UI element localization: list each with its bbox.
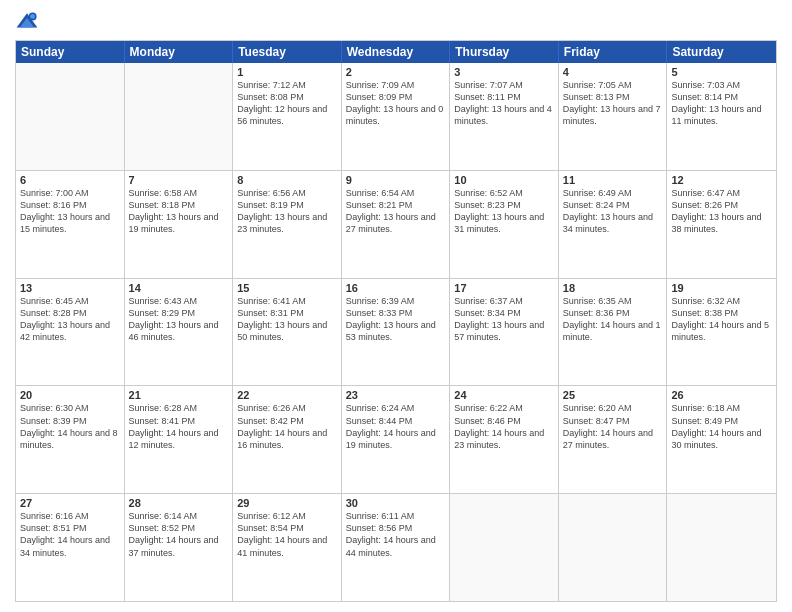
day-number: 18 — [563, 282, 663, 294]
day-number: 3 — [454, 66, 554, 78]
day-number: 23 — [346, 389, 446, 401]
day-cell-10: 10Sunrise: 6:52 AMSunset: 8:23 PMDayligh… — [450, 171, 559, 278]
day-info: Sunrise: 6:41 AMSunset: 8:31 PMDaylight:… — [237, 295, 337, 344]
day-cell-24: 24Sunrise: 6:22 AMSunset: 8:46 PMDayligh… — [450, 386, 559, 493]
day-cell-23: 23Sunrise: 6:24 AMSunset: 8:44 PMDayligh… — [342, 386, 451, 493]
header-day-tuesday: Tuesday — [233, 41, 342, 63]
empty-cell — [16, 63, 125, 170]
day-cell-2: 2Sunrise: 7:09 AMSunset: 8:09 PMDaylight… — [342, 63, 451, 170]
day-number: 11 — [563, 174, 663, 186]
empty-cell — [667, 494, 776, 601]
calendar-header: SundayMondayTuesdayWednesdayThursdayFrid… — [16, 41, 776, 63]
empty-cell — [559, 494, 668, 601]
day-cell-4: 4Sunrise: 7:05 AMSunset: 8:13 PMDaylight… — [559, 63, 668, 170]
calendar-row-1: 1Sunrise: 7:12 AMSunset: 8:08 PMDaylight… — [16, 63, 776, 170]
day-cell-12: 12Sunrise: 6:47 AMSunset: 8:26 PMDayligh… — [667, 171, 776, 278]
day-cell-11: 11Sunrise: 6:49 AMSunset: 8:24 PMDayligh… — [559, 171, 668, 278]
day-info: Sunrise: 7:12 AMSunset: 8:08 PMDaylight:… — [237, 79, 337, 128]
day-info: Sunrise: 6:12 AMSunset: 8:54 PMDaylight:… — [237, 510, 337, 559]
day-cell-6: 6Sunrise: 7:00 AMSunset: 8:16 PMDaylight… — [16, 171, 125, 278]
header-day-sunday: Sunday — [16, 41, 125, 63]
day-cell-1: 1Sunrise: 7:12 AMSunset: 8:08 PMDaylight… — [233, 63, 342, 170]
day-info: Sunrise: 6:24 AMSunset: 8:44 PMDaylight:… — [346, 402, 446, 451]
day-info: Sunrise: 6:14 AMSunset: 8:52 PMDaylight:… — [129, 510, 229, 559]
day-info: Sunrise: 6:35 AMSunset: 8:36 PMDaylight:… — [563, 295, 663, 344]
day-number: 16 — [346, 282, 446, 294]
header-day-thursday: Thursday — [450, 41, 559, 63]
svg-point-3 — [30, 14, 35, 19]
calendar-row-3: 13Sunrise: 6:45 AMSunset: 8:28 PMDayligh… — [16, 278, 776, 386]
day-number: 29 — [237, 497, 337, 509]
day-number: 9 — [346, 174, 446, 186]
day-info: Sunrise: 6:28 AMSunset: 8:41 PMDaylight:… — [129, 402, 229, 451]
logo — [15, 10, 43, 34]
empty-cell — [125, 63, 234, 170]
day-info: Sunrise: 6:22 AMSunset: 8:46 PMDaylight:… — [454, 402, 554, 451]
logo-icon — [15, 10, 39, 34]
calendar-body: 1Sunrise: 7:12 AMSunset: 8:08 PMDaylight… — [16, 63, 776, 601]
day-number: 20 — [20, 389, 120, 401]
day-cell-20: 20Sunrise: 6:30 AMSunset: 8:39 PMDayligh… — [16, 386, 125, 493]
day-number: 12 — [671, 174, 772, 186]
day-info: Sunrise: 6:58 AMSunset: 8:18 PMDaylight:… — [129, 187, 229, 236]
day-cell-18: 18Sunrise: 6:35 AMSunset: 8:36 PMDayligh… — [559, 279, 668, 386]
day-cell-5: 5Sunrise: 7:03 AMSunset: 8:14 PMDaylight… — [667, 63, 776, 170]
day-cell-29: 29Sunrise: 6:12 AMSunset: 8:54 PMDayligh… — [233, 494, 342, 601]
day-info: Sunrise: 6:56 AMSunset: 8:19 PMDaylight:… — [237, 187, 337, 236]
day-info: Sunrise: 7:09 AMSunset: 8:09 PMDaylight:… — [346, 79, 446, 128]
day-cell-16: 16Sunrise: 6:39 AMSunset: 8:33 PMDayligh… — [342, 279, 451, 386]
calendar-row-5: 27Sunrise: 6:16 AMSunset: 8:51 PMDayligh… — [16, 493, 776, 601]
calendar: SundayMondayTuesdayWednesdayThursdayFrid… — [15, 40, 777, 602]
calendar-row-4: 20Sunrise: 6:30 AMSunset: 8:39 PMDayligh… — [16, 385, 776, 493]
calendar-row-2: 6Sunrise: 7:00 AMSunset: 8:16 PMDaylight… — [16, 170, 776, 278]
day-info: Sunrise: 7:00 AMSunset: 8:16 PMDaylight:… — [20, 187, 120, 236]
day-number: 1 — [237, 66, 337, 78]
day-number: 25 — [563, 389, 663, 401]
day-number: 14 — [129, 282, 229, 294]
day-cell-17: 17Sunrise: 6:37 AMSunset: 8:34 PMDayligh… — [450, 279, 559, 386]
day-number: 15 — [237, 282, 337, 294]
day-cell-26: 26Sunrise: 6:18 AMSunset: 8:49 PMDayligh… — [667, 386, 776, 493]
day-info: Sunrise: 6:32 AMSunset: 8:38 PMDaylight:… — [671, 295, 772, 344]
day-number: 8 — [237, 174, 337, 186]
day-number: 17 — [454, 282, 554, 294]
day-info: Sunrise: 6:43 AMSunset: 8:29 PMDaylight:… — [129, 295, 229, 344]
day-number: 13 — [20, 282, 120, 294]
day-info: Sunrise: 6:16 AMSunset: 8:51 PMDaylight:… — [20, 510, 120, 559]
day-info: Sunrise: 7:07 AMSunset: 8:11 PMDaylight:… — [454, 79, 554, 128]
day-number: 24 — [454, 389, 554, 401]
page: SundayMondayTuesdayWednesdayThursdayFrid… — [0, 0, 792, 612]
day-cell-3: 3Sunrise: 7:07 AMSunset: 8:11 PMDaylight… — [450, 63, 559, 170]
day-number: 19 — [671, 282, 772, 294]
day-cell-28: 28Sunrise: 6:14 AMSunset: 8:52 PMDayligh… — [125, 494, 234, 601]
day-cell-27: 27Sunrise: 6:16 AMSunset: 8:51 PMDayligh… — [16, 494, 125, 601]
day-info: Sunrise: 6:37 AMSunset: 8:34 PMDaylight:… — [454, 295, 554, 344]
day-number: 30 — [346, 497, 446, 509]
day-number: 26 — [671, 389, 772, 401]
day-info: Sunrise: 6:20 AMSunset: 8:47 PMDaylight:… — [563, 402, 663, 451]
day-number: 6 — [20, 174, 120, 186]
day-info: Sunrise: 6:30 AMSunset: 8:39 PMDaylight:… — [20, 402, 120, 451]
day-number: 4 — [563, 66, 663, 78]
day-info: Sunrise: 6:39 AMSunset: 8:33 PMDaylight:… — [346, 295, 446, 344]
day-number: 2 — [346, 66, 446, 78]
day-number: 28 — [129, 497, 229, 509]
day-info: Sunrise: 6:49 AMSunset: 8:24 PMDaylight:… — [563, 187, 663, 236]
day-cell-22: 22Sunrise: 6:26 AMSunset: 8:42 PMDayligh… — [233, 386, 342, 493]
empty-cell — [450, 494, 559, 601]
header-day-saturday: Saturday — [667, 41, 776, 63]
day-number: 27 — [20, 497, 120, 509]
day-info: Sunrise: 7:05 AMSunset: 8:13 PMDaylight:… — [563, 79, 663, 128]
day-cell-25: 25Sunrise: 6:20 AMSunset: 8:47 PMDayligh… — [559, 386, 668, 493]
header-day-monday: Monday — [125, 41, 234, 63]
day-cell-13: 13Sunrise: 6:45 AMSunset: 8:28 PMDayligh… — [16, 279, 125, 386]
header-day-wednesday: Wednesday — [342, 41, 451, 63]
header — [15, 10, 777, 34]
day-info: Sunrise: 6:18 AMSunset: 8:49 PMDaylight:… — [671, 402, 772, 451]
day-cell-8: 8Sunrise: 6:56 AMSunset: 8:19 PMDaylight… — [233, 171, 342, 278]
day-cell-15: 15Sunrise: 6:41 AMSunset: 8:31 PMDayligh… — [233, 279, 342, 386]
day-cell-30: 30Sunrise: 6:11 AMSunset: 8:56 PMDayligh… — [342, 494, 451, 601]
day-info: Sunrise: 6:11 AMSunset: 8:56 PMDaylight:… — [346, 510, 446, 559]
day-number: 22 — [237, 389, 337, 401]
header-day-friday: Friday — [559, 41, 668, 63]
